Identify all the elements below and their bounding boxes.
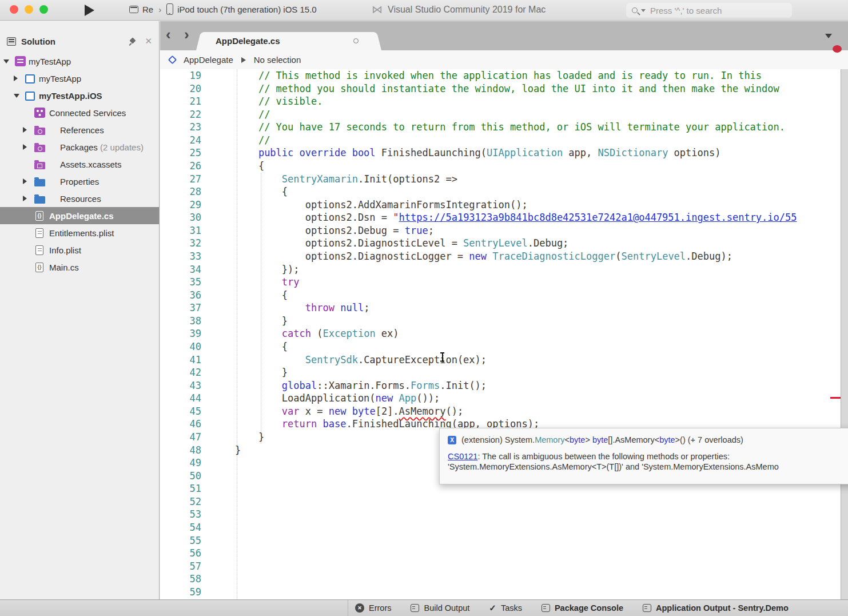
project-icon <box>25 74 35 84</box>
error-status-indicator[interactable] <box>833 45 842 53</box>
tab-title: AppDelegate.cs <box>216 36 280 46</box>
collapsed-arrow-icon[interactable] <box>23 127 27 133</box>
run-button[interactable] <box>85 5 94 16</box>
folder-blue-icon <box>34 196 45 204</box>
close-pad-icon[interactable]: ✕ <box>145 36 152 46</box>
tab-appdelegate[interactable]: AppDelegate.cs <box>203 32 375 50</box>
collapsed-arrow-icon[interactable] <box>14 75 18 81</box>
navigate-back-button[interactable]: ‹ <box>166 26 171 43</box>
class-icon <box>168 55 177 65</box>
bottom-tab-application-output-sentry-demo[interactable]: Application Output - Sentry.Demo <box>643 603 789 613</box>
line-number: 47 <box>161 431 201 444</box>
tab-list-dropdown-icon[interactable] <box>825 34 832 38</box>
line-number: 20 <box>161 82 201 96</box>
run-configuration-selector[interactable]: Re › iPod touch (7th generation) iOS 15.… <box>129 3 317 15</box>
code-text: } <box>212 366 288 379</box>
tree-item-mytestapp[interactable]: myTestApp <box>0 70 159 87</box>
tree-item-label: Entitlements.plist <box>49 228 114 238</box>
bottom-dock-bar: ✕ErrorsBuild Output✓TasksPackage Console… <box>0 599 848 616</box>
tree-item-assets-xcassets[interactable]: Assets.xcassets <box>0 156 159 173</box>
bottom-tab-package-console[interactable]: Package Console <box>542 603 623 613</box>
code-line: 30 options2.Dsn = "https://5a193123a9b84… <box>160 211 848 224</box>
solution-pad: Solution ✕ myTestAppmyTestAppmyTestApp.i… <box>0 21 160 599</box>
plist-file-icon <box>35 245 43 255</box>
tree-item-connected-services[interactable]: Connected Services <box>0 104 159 121</box>
collapsed-arrow-icon[interactable] <box>23 196 27 201</box>
navigate-forward-button[interactable]: › <box>184 26 189 43</box>
tree-item-label: Packages (2 updates) <box>60 142 144 152</box>
tree-item-packages[interactable]: Packages (2 updates) <box>0 138 159 156</box>
code-text: { <box>212 289 288 302</box>
line-number: 33 <box>161 250 201 263</box>
code-text: try <box>212 276 300 289</box>
code-text: } <box>212 431 264 444</box>
tree-item-references[interactable]: References <box>0 121 159 138</box>
code-line: 56 <box>160 547 848 560</box>
line-number: 53 <box>161 508 201 521</box>
code-text: SentryXamarin.Init(options2 => <box>212 173 457 186</box>
extension-method-icon: X <box>448 436 456 444</box>
tree-item-resources[interactable]: Resources <box>0 190 159 207</box>
bottom-tab-errors[interactable]: ✕Errors <box>355 603 391 613</box>
error-code-link[interactable]: CS0121 <box>448 452 477 461</box>
tree-item-mytestapp-ios[interactable]: myTestApp.iOS <box>0 87 159 104</box>
line-number: 27 <box>161 173 201 186</box>
solution-tree: myTestAppmyTestAppmyTestApp.iOSConnected… <box>0 53 159 276</box>
code-editor[interactable]: 19 // This method is invoked when the ap… <box>160 69 848 599</box>
cs-file-icon <box>35 211 43 221</box>
code-line: 37 throw null; <box>160 301 848 315</box>
line-number: 58 <box>161 573 201 586</box>
code-text: options2.DiagnosticLogger = new TraceDia… <box>212 250 732 263</box>
error-line-marker[interactable] <box>830 397 842 399</box>
line-number: 37 <box>161 301 201 315</box>
line-number: 30 <box>161 211 201 224</box>
code-line: 20 // method you should instantiate the … <box>160 82 848 96</box>
breadcrumb-class[interactable]: AppDelegate <box>184 55 233 65</box>
collapsed-arrow-icon[interactable] <box>23 178 27 184</box>
zoom-window-button[interactable] <box>39 5 48 14</box>
code-line: 53 <box>160 508 848 521</box>
tree-item-mytestapp[interactable]: myTestApp <box>0 53 159 70</box>
line-number: 54 <box>161 521 201 534</box>
close-window-button[interactable] <box>10 5 18 14</box>
connected-icon <box>34 108 45 118</box>
bottom-tab-build-output[interactable]: Build Output <box>411 603 469 613</box>
code-text: { <box>212 340 288 353</box>
collapsed-arrow-icon[interactable] <box>23 144 27 150</box>
breadcrumb-selection[interactable]: No selection <box>254 55 301 65</box>
pin-pad-icon[interactable] <box>128 37 137 46</box>
bottom-tab-tasks[interactable]: ✓Tasks <box>489 603 522 613</box>
code-line: 44 LoadApplication(new App()); <box>160 392 848 405</box>
code-text: options2.AddXamarinFormsIntegration(); <box>212 198 528 212</box>
tree-item-info-plist[interactable]: Info.plist <box>0 241 159 259</box>
expanded-arrow-icon[interactable] <box>14 94 19 98</box>
tree-item-label: myTestApp.iOS <box>39 91 102 101</box>
line-number: 48 <box>161 444 201 457</box>
line-number: 21 <box>161 95 201 108</box>
code-text: options2.Debug = true; <box>212 224 434 237</box>
bottom-tab-label: Package Console <box>555 603 623 613</box>
project-icon <box>25 92 35 101</box>
code-text: // visible. <box>212 95 323 108</box>
vertical-scrollbar[interactable] <box>841 69 848 599</box>
code-line: 40 { <box>160 340 848 353</box>
tree-item-entitlements-plist[interactable]: Entitlements.plist <box>0 224 159 241</box>
code-line: 36 { <box>160 289 848 302</box>
minimize-window-button[interactable] <box>25 5 33 14</box>
line-number: 56 <box>161 547 201 560</box>
line-number: 41 <box>161 353 201 367</box>
expanded-arrow-icon[interactable] <box>3 59 9 63</box>
tree-item-main-cs[interactable]: Main.cs <box>0 259 159 276</box>
line-number: 49 <box>161 456 201 470</box>
bottom-tab-label: Build Output <box>424 603 469 613</box>
tree-item-label: myTestApp <box>39 74 81 84</box>
code-text: }); <box>212 263 300 276</box>
global-search-field[interactable]: Press '^,' to search <box>626 3 792 18</box>
folder-assets-icon <box>34 162 45 169</box>
line-number: 52 <box>161 495 201 508</box>
tree-item-appdelegate-cs[interactable]: AppDelegate.cs <box>0 207 159 224</box>
search-placeholder: Press '^,' to search <box>650 6 722 15</box>
line-number: 32 <box>161 237 201 250</box>
tree-item-properties[interactable]: Properties <box>0 173 159 190</box>
configuration-icon <box>129 6 138 13</box>
